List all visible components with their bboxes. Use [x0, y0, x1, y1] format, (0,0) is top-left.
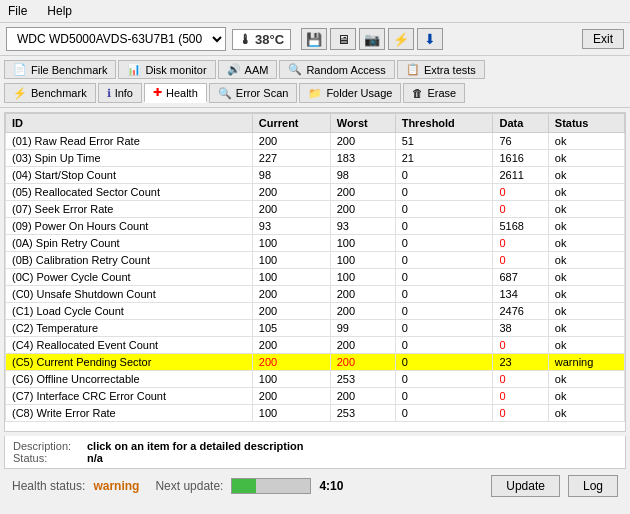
- cell-current: 98: [252, 167, 330, 184]
- table-row[interactable]: (0A) Spin Retry Count10010000ok: [6, 235, 625, 252]
- cell-data: 687: [493, 269, 548, 286]
- menu-help[interactable]: Help: [43, 2, 76, 20]
- cell-status: ok: [548, 252, 624, 269]
- table-scroll-area[interactable]: ID Current Worst Threshold Data Status (…: [5, 113, 625, 431]
- health-label: Health: [166, 87, 198, 99]
- table-row[interactable]: (04) Start/Stop Count989802611ok: [6, 167, 625, 184]
- table-row[interactable]: (05) Reallocated Sector Count20020000ok: [6, 184, 625, 201]
- cell-id: (0C) Power Cycle Count: [6, 269, 253, 286]
- disk-monitor-icon: 📊: [127, 63, 141, 76]
- cell-status: ok: [548, 184, 624, 201]
- table-row[interactable]: (C2) Temperature10599038ok: [6, 320, 625, 337]
- update-button[interactable]: Update: [491, 475, 560, 497]
- folder-usage-button[interactable]: 📁 Folder Usage: [299, 83, 401, 103]
- cell-threshold: 21: [395, 150, 493, 167]
- table-row[interactable]: (C4) Reallocated Event Count20020000ok: [6, 337, 625, 354]
- error-scan-button[interactable]: 🔍 Error Scan: [209, 83, 298, 103]
- table-row[interactable]: (C0) Unsafe Shutdown Count2002000134ok: [6, 286, 625, 303]
- cell-current: 105: [252, 320, 330, 337]
- cell-id: (C2) Temperature: [6, 320, 253, 337]
- cell-data: 0: [493, 184, 548, 201]
- hdd-icon-1[interactable]: 💾: [301, 28, 327, 50]
- disk-monitor-button[interactable]: 📊 Disk monitor: [118, 60, 215, 79]
- cell-current: 93: [252, 218, 330, 235]
- description-value: click on an item for a detailed descript…: [87, 440, 303, 452]
- cell-worst: 200: [330, 388, 395, 405]
- table-row[interactable]: (C5) Current Pending Sector200200023warn…: [6, 354, 625, 371]
- col-header-threshold: Threshold: [395, 114, 493, 133]
- next-update-label: Next update:: [155, 479, 223, 493]
- device-selector[interactable]: WDC WD5000AVDS-63U7B1 (500 gB): [6, 27, 226, 51]
- cell-status: ok: [548, 388, 624, 405]
- cell-id: (05) Reallocated Sector Count: [6, 184, 253, 201]
- description-label: Description:: [13, 440, 83, 452]
- cell-worst: 100: [330, 235, 395, 252]
- col-header-worst: Worst: [330, 114, 395, 133]
- cell-worst: 200: [330, 201, 395, 218]
- benchmark-button[interactable]: ⚡ Benchmark: [4, 83, 96, 103]
- cell-threshold: 0: [395, 235, 493, 252]
- cell-current: 200: [252, 337, 330, 354]
- cell-status: ok: [548, 235, 624, 252]
- erase-button[interactable]: 🗑 Erase: [403, 83, 465, 103]
- progress-bar: [231, 478, 311, 494]
- col-header-current: Current: [252, 114, 330, 133]
- aam-label: AAM: [245, 64, 269, 76]
- cell-worst: 100: [330, 252, 395, 269]
- table-row[interactable]: (C7) Interface CRC Error Count20020000ok: [6, 388, 625, 405]
- camera-icon[interactable]: 📷: [359, 28, 385, 50]
- table-row[interactable]: (0C) Power Cycle Count1001000687ok: [6, 269, 625, 286]
- table-row[interactable]: (09) Power On Hours Count939305168ok: [6, 218, 625, 235]
- cell-worst: 93: [330, 218, 395, 235]
- col-header-data: Data: [493, 114, 548, 133]
- extra-tests-button[interactable]: 📋 Extra tests: [397, 60, 485, 79]
- log-button[interactable]: Log: [568, 475, 618, 497]
- cell-current: 100: [252, 371, 330, 388]
- info-button[interactable]: ℹ Info: [98, 83, 142, 103]
- cell-threshold: 0: [395, 269, 493, 286]
- status-label: Status:: [13, 452, 83, 464]
- table-row[interactable]: (03) Spin Up Time227183211616ok: [6, 150, 625, 167]
- hdd-icon-2[interactable]: 🖥: [330, 28, 356, 50]
- cell-data: 1616: [493, 150, 548, 167]
- cell-current: 200: [252, 201, 330, 218]
- aam-button[interactable]: 🔊 AAM: [218, 60, 278, 79]
- cell-id: (C1) Load Cycle Count: [6, 303, 253, 320]
- device-bar: WDC WD5000AVDS-63U7B1 (500 gB) 🌡 38°C 💾 …: [0, 23, 630, 56]
- power-icon[interactable]: ⚡: [388, 28, 414, 50]
- download-icon[interactable]: ⬇: [417, 28, 443, 50]
- disk-monitor-label: Disk monitor: [145, 64, 206, 76]
- cell-id: (C0) Unsafe Shutdown Count: [6, 286, 253, 303]
- table-row[interactable]: (0B) Calibration Retry Count10010000ok: [6, 252, 625, 269]
- exit-button[interactable]: Exit: [582, 29, 624, 49]
- cell-worst: 183: [330, 150, 395, 167]
- health-button[interactable]: ✚ Health: [144, 83, 207, 103]
- table-row[interactable]: (01) Raw Read Error Rate2002005176ok: [6, 133, 625, 150]
- cell-current: 200: [252, 286, 330, 303]
- device-icons: 💾 🖥 📷 ⚡ ⬇: [301, 28, 443, 50]
- file-benchmark-button[interactable]: 📄 File Benchmark: [4, 60, 116, 79]
- cell-status: ok: [548, 286, 624, 303]
- cell-threshold: 51: [395, 133, 493, 150]
- cell-data: 0: [493, 405, 548, 422]
- progress-fill: [232, 479, 255, 493]
- table-row[interactable]: (C6) Offline Uncorrectable10025300ok: [6, 371, 625, 388]
- cell-current: 227: [252, 150, 330, 167]
- table-row[interactable]: (07) Seek Error Rate20020000ok: [6, 201, 625, 218]
- cell-current: 200: [252, 184, 330, 201]
- menu-file[interactable]: File: [4, 2, 31, 20]
- cell-current: 200: [252, 354, 330, 371]
- folder-usage-label: Folder Usage: [326, 87, 392, 99]
- description-row: Description: click on an item for a deta…: [13, 440, 617, 452]
- description-panel: Description: click on an item for a deta…: [4, 436, 626, 469]
- cell-threshold: 0: [395, 405, 493, 422]
- cell-worst: 99: [330, 320, 395, 337]
- cell-threshold: 0: [395, 218, 493, 235]
- cell-id: (C6) Offline Uncorrectable: [6, 371, 253, 388]
- table-row[interactable]: (C8) Write Error Rate10025300ok: [6, 405, 625, 422]
- cell-status: ok: [548, 405, 624, 422]
- cell-data: 0: [493, 371, 548, 388]
- table-row[interactable]: (C1) Load Cycle Count20020002476ok: [6, 303, 625, 320]
- random-access-button[interactable]: 🔍 Random Access: [279, 60, 394, 79]
- cell-data: 0: [493, 388, 548, 405]
